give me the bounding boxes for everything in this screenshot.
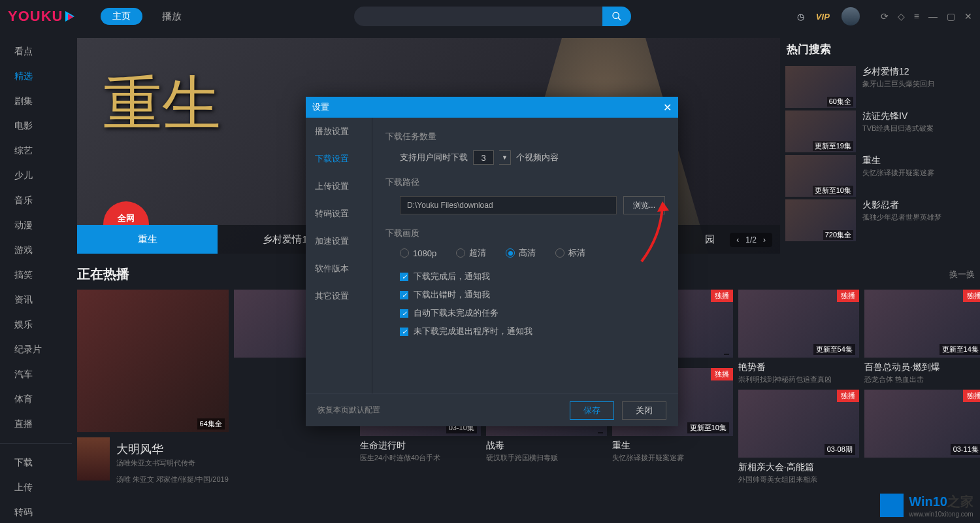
nav-play[interactable]: 播放 — [162, 10, 182, 23]
notify-check-2[interactable]: ✓自动下载未完成的任务 — [400, 307, 665, 319]
sidebar-item-11[interactable]: 娱乐 — [0, 312, 72, 337]
sidebar-bottom-1[interactable]: 上传 — [0, 475, 72, 500]
card-title: 战毒 — [486, 440, 607, 452]
skin-icon[interactable]: ◇ — [898, 11, 905, 22]
sidebar-item-5[interactable]: 少儿 — [0, 163, 72, 188]
chevron-down-icon[interactable]: ▼ — [499, 150, 511, 165]
history-icon[interactable]: ◷ — [797, 12, 804, 22]
badge-line1: 全网 — [118, 212, 135, 224]
search-button[interactable] — [602, 7, 631, 26]
sidebar-item-10[interactable]: 资讯 — [0, 288, 72, 312]
quality-radio-3[interactable]: 标清 — [555, 247, 585, 259]
card-sub: 硬汉联手跨国横扫毒贩 — [486, 453, 607, 463]
hot-search-item-2[interactable]: 更新至10集重生失忆张译拨开疑案迷雾 — [785, 155, 975, 199]
sidebar-bottom-2[interactable]: 转码 — [0, 500, 72, 523]
dialog-close-icon[interactable]: ✕ — [663, 101, 672, 114]
sidebar-item-13[interactable]: 汽车 — [0, 362, 72, 387]
sidebar-item-3[interactable]: 电影 — [0, 114, 72, 139]
big-card-poster — [77, 437, 110, 481]
nav-home[interactable]: 主页 — [101, 8, 142, 25]
hot-search-item-0[interactable]: 60集全乡村爱情12象牙山三巨头爆笑回归 — [785, 66, 975, 110]
hs-title: 法证先锋IV — [862, 110, 975, 122]
sidebar-item-6[interactable]: 音乐 — [0, 188, 72, 213]
notify-check-3[interactable]: ✓未下载完成退出程序时，通知我 — [400, 326, 665, 337]
hs-title: 乡村爱情12 — [862, 66, 975, 78]
hero-tab-0[interactable]: 重生 — [77, 225, 218, 254]
quality-radios: 1080p超清高清标清 — [385, 247, 665, 259]
card-sub: 失忆张译拨开疑案迷雾 — [612, 453, 733, 463]
close-button[interactable]: 关闭 — [622, 401, 666, 420]
check-label: 下载出错时，通知我 — [414, 289, 490, 301]
maximize-icon[interactable]: ▢ — [947, 11, 955, 22]
radio-label: 超清 — [469, 247, 486, 259]
card-sub: 外国帅哥美女组团来相亲 — [738, 475, 859, 484]
dialog-tab-1[interactable]: 下载设置 — [306, 145, 372, 173]
browse-button[interactable]: 浏览... — [623, 196, 665, 214]
save-button[interactable]: 保存 — [570, 401, 614, 420]
sidebar-item-7[interactable]: 动漫 — [0, 213, 72, 238]
sidebar-item-12[interactable]: 纪录片 — [0, 337, 72, 362]
exclusive-tag: 独播 — [837, 390, 859, 402]
hot-search-heading: 热门搜索 — [785, 38, 975, 63]
menu-icon[interactable]: ≡ — [914, 11, 919, 22]
logo[interactable]: YOUKU — [8, 8, 74, 25]
concurrent-select[interactable]: 3 — [473, 150, 494, 165]
sidebar-item-4[interactable]: 综艺 — [0, 139, 72, 163]
dialog-tab-3[interactable]: 转码设置 — [306, 200, 372, 228]
card-r1-0[interactable]: 独播更新至54集艳势番崇利明找到神秘药包追查真凶 — [738, 290, 859, 384]
wm-url: www.win10xitong.com — [909, 511, 973, 518]
notify-checks: ✓下载完成后，通知我✓下载出错时，通知我✓自动下载未完成的任务✓未下载完成退出程… — [385, 271, 665, 337]
sidebar-item-9[interactable]: 搞笑 — [0, 263, 72, 288]
hs-thumb: 60集全 — [785, 66, 856, 108]
top-right: ◷ VIP ⟳ ◇ ≡ — ▢ ✕ — [797, 7, 972, 25]
quality-radio-0[interactable]: 1080p — [400, 247, 436, 259]
card-title: 新相亲大会·高能篇 — [738, 462, 859, 473]
card-img: 独播更新至54集 — [738, 290, 859, 358]
exclusive-tag: 独播 — [963, 390, 980, 402]
quality-radio-1[interactable]: 超清 — [456, 247, 486, 259]
refresh-icon[interactable]: ⟳ — [881, 11, 889, 22]
card-r1-1[interactable]: 独播更新至14集百兽总动员·燃到爆恐龙合体 热血出击 — [864, 290, 980, 384]
hs-sub: 孤独少年忍者世界英雄梦 — [862, 212, 975, 222]
card-img: 独播03-11集 — [864, 390, 980, 458]
exclusive-tag: 独播 — [711, 290, 733, 302]
sidebar-bottom-0[interactable]: 下载 — [0, 450, 72, 475]
vip-link[interactable]: VIP — [816, 12, 830, 22]
notify-check-1[interactable]: ✓下载出错时，通知我 — [400, 289, 665, 301]
sidebar-item-2[interactable]: 剧集 — [0, 89, 72, 114]
dialog-tab-6[interactable]: 其它设置 — [306, 282, 372, 310]
sidebar-item-0[interactable]: 看点 — [0, 39, 72, 64]
big-card[interactable]: 64集全 大明风华 汤唯朱亚文书写明代传奇 汤唯 朱亚文 邓家佳/张挺/中国/2… — [77, 290, 229, 484]
dialog-tab-4[interactable]: 加速设置 — [306, 228, 372, 255]
radio-label: 标清 — [568, 247, 585, 259]
hot-search-item-1[interactable]: 更新至19集法证先锋IVTVB经典回归港式破案 — [785, 110, 975, 155]
path-input[interactable] — [400, 196, 617, 214]
hero-next-icon[interactable]: › — [763, 235, 766, 245]
avatar[interactable] — [841, 7, 860, 25]
sidebar-item-14[interactable]: 体育 — [0, 387, 72, 412]
sidebar-item-1[interactable]: 精选 — [0, 64, 72, 89]
refresh-button[interactable]: 换一换 — [949, 269, 975, 280]
hero-prev-icon[interactable]: ‹ — [736, 235, 739, 245]
sidebar-item-15[interactable]: 直播 — [0, 412, 72, 437]
minimize-icon[interactable]: — — [928, 11, 938, 22]
card-r2-4[interactable]: 独播03-11集 — [864, 390, 980, 463]
search-input[interactable] — [354, 7, 602, 26]
sidebar-item-8[interactable]: 游戏 — [0, 238, 72, 263]
card-title: 百兽总动员·燃到爆 — [864, 362, 980, 373]
quality-radio-2[interactable]: 高清 — [506, 247, 536, 259]
card-r2-3[interactable]: 独播03-08期新相亲大会·高能篇外国帅哥美女组团来相亲 — [738, 390, 859, 484]
card-corner: 更新至14集 — [939, 344, 980, 355]
hero-pager: ‹ 1/2 › — [730, 233, 772, 247]
dialog-tab-5[interactable]: 软件版本 — [306, 255, 372, 282]
restore-defaults[interactable]: 恢复本页默认配置 — [318, 405, 380, 416]
dialog-tab-2[interactable]: 上传设置 — [306, 173, 372, 200]
hs-sub: 象牙山三巨头爆笑回归 — [862, 79, 975, 89]
hot-search-panel: 热门搜索 60集全乡村爱情12象牙山三巨头爆笑回归更新至19集法证先锋IVTVB… — [785, 38, 975, 254]
notify-check-0[interactable]: ✓下载完成后，通知我 — [400, 271, 665, 282]
dialog-tab-0[interactable]: 播放设置 — [306, 118, 372, 145]
concurrent-suffix: 个视频内容 — [516, 152, 559, 163]
hot-search-item-3[interactable]: 720集全火影忍者孤独少年忍者世界英雄梦 — [785, 199, 975, 244]
card-corner: 更新至10集 — [687, 422, 729, 433]
close-window-icon[interactable]: ✕ — [964, 11, 972, 22]
